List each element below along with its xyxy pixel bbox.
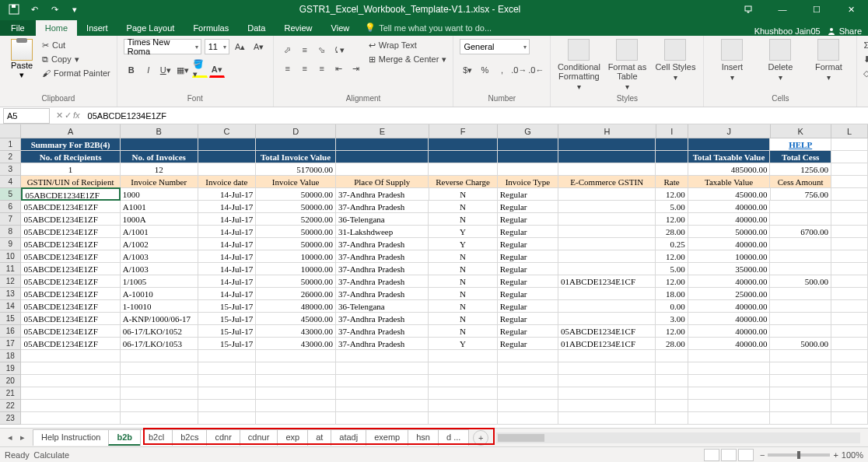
cell[interactable]: 06-17/LKO/1053 xyxy=(121,338,198,350)
cell[interactable] xyxy=(198,350,257,362)
cell[interactable] xyxy=(121,412,198,425)
maximize-icon[interactable]: ☐ xyxy=(800,0,834,19)
cell[interactable]: Invoice Value xyxy=(256,176,336,188)
cell[interactable]: 0.00 xyxy=(656,300,688,313)
cell[interactable] xyxy=(198,138,257,151)
cell[interactable]: 05ABCDE1234E1ZF xyxy=(21,250,120,263)
decrease-font-icon[interactable]: A▾ xyxy=(251,39,267,54)
cell[interactable] xyxy=(429,151,497,163)
align-bottom-icon[interactable]: ⬂ xyxy=(314,42,330,58)
cell[interactable] xyxy=(831,325,868,338)
cell[interactable]: 37-Andhra Pradesh xyxy=(336,275,429,288)
cell[interactable] xyxy=(21,362,120,375)
sheet-nav-next-icon[interactable]: ▸ xyxy=(17,432,28,443)
cell[interactable]: N xyxy=(429,275,497,288)
cell[interactable] xyxy=(656,350,688,362)
cell[interactable] xyxy=(21,350,120,362)
cell[interactable]: N xyxy=(429,325,497,338)
cell[interactable]: 14-Jul-17 xyxy=(198,188,256,201)
row-header[interactable]: 19 xyxy=(0,362,21,375)
cell[interactable] xyxy=(831,288,868,300)
cell[interactable] xyxy=(831,238,868,250)
cell[interactable] xyxy=(498,362,558,375)
cell[interactable] xyxy=(198,412,257,425)
cell[interactable]: 1 xyxy=(21,163,120,176)
cell[interactable]: No. of Invoices xyxy=(121,151,198,163)
cell[interactable]: N xyxy=(429,188,498,201)
cell[interactable] xyxy=(256,138,336,151)
cell[interactable] xyxy=(429,387,497,400)
cell[interactable]: Regular xyxy=(498,188,558,201)
cell[interactable] xyxy=(558,188,656,201)
cell[interactable]: 05ABCDE1234E1ZF xyxy=(21,201,120,213)
cell[interactable]: A/1001 xyxy=(121,226,198,238)
cell[interactable] xyxy=(121,387,198,400)
cell[interactable]: 37-Andhra Pradesh xyxy=(336,188,429,201)
cell[interactable]: 48000.00 xyxy=(256,300,336,313)
cell[interactable]: 50000.00 xyxy=(256,238,336,250)
row-header[interactable]: 1 xyxy=(0,138,21,151)
redo-icon[interactable]: ↷ xyxy=(45,1,64,18)
cell[interactable]: Invoice Number xyxy=(121,176,198,188)
cell[interactable] xyxy=(770,362,831,375)
cell[interactable]: 40000.00 xyxy=(688,313,771,325)
cell[interactable] xyxy=(256,400,336,412)
cell[interactable]: A/1002 xyxy=(121,238,198,250)
tab-file[interactable]: File xyxy=(0,20,36,36)
cell[interactable]: Regular xyxy=(498,313,558,325)
cell[interactable]: Regular xyxy=(498,300,558,313)
sheet-tab[interactable]: cdnr xyxy=(206,429,240,446)
col-header[interactable]: H xyxy=(558,124,656,138)
cell[interactable] xyxy=(498,151,558,163)
cell[interactable]: 37-Andhra Pradesh xyxy=(336,325,429,338)
cell[interactable]: Cess Amount xyxy=(770,176,831,188)
sheet-tab[interactable]: exp xyxy=(277,429,308,446)
cell[interactable] xyxy=(831,151,868,163)
cell[interactable]: Invoice Type xyxy=(498,176,558,188)
wrap-text-button[interactable]: ↩ Wrap Text xyxy=(369,39,447,51)
cell[interactable] xyxy=(21,375,120,387)
sheet-tab[interactable]: b2cs xyxy=(172,429,207,446)
cell[interactable] xyxy=(558,151,656,163)
increase-decimal-icon[interactable]: .0→ xyxy=(511,62,527,78)
cell[interactable]: 01ABCDE1234E1CF xyxy=(558,338,656,350)
cell[interactable]: 28.00 xyxy=(656,226,688,238)
cell[interactable]: 5.00 xyxy=(656,201,688,213)
zoom-level[interactable]: 100% xyxy=(842,450,863,460)
cell[interactable] xyxy=(336,138,429,151)
row-header[interactable]: 2 xyxy=(0,151,21,163)
row-header[interactable]: 6 xyxy=(0,201,21,213)
cell[interactable]: 05ABCDE1234E1ZF xyxy=(21,313,120,325)
cell[interactable] xyxy=(498,400,558,412)
cell[interactable]: 28.00 xyxy=(656,338,688,350)
cell[interactable] xyxy=(336,400,429,412)
sheet-tab[interactable]: b2b xyxy=(108,429,141,446)
row-header[interactable]: 18 xyxy=(0,350,21,362)
cell[interactable] xyxy=(558,138,656,151)
cell[interactable] xyxy=(558,313,656,325)
cell[interactable] xyxy=(256,412,336,425)
tell-me-search[interactable]: 💡 Tell me what you want to do... xyxy=(359,19,747,36)
zoom-slider[interactable] xyxy=(768,453,830,457)
row-header[interactable]: 4 xyxy=(0,176,21,188)
user-name[interactable]: Khushboo Jain05 xyxy=(754,26,821,36)
cell[interactable] xyxy=(770,325,831,338)
percent-icon[interactable]: % xyxy=(477,62,492,78)
cell[interactable]: N xyxy=(429,250,497,263)
cell[interactable] xyxy=(770,250,831,263)
border-button[interactable]: ▦▾ xyxy=(175,62,191,78)
cell[interactable] xyxy=(558,412,656,425)
number-format-combo[interactable]: General xyxy=(460,39,530,54)
name-box[interactable]: A5 xyxy=(3,108,50,124)
cell[interactable] xyxy=(558,163,656,176)
cell[interactable]: No. of Recipients xyxy=(21,151,120,163)
format-cells-button[interactable]: Format▾ xyxy=(807,39,850,82)
cell[interactable] xyxy=(198,375,257,387)
sheet-nav-prev-icon[interactable]: ◂ xyxy=(5,432,16,443)
font-size-combo[interactable]: 11 xyxy=(205,39,229,54)
cell[interactable] xyxy=(558,362,656,375)
cell[interactable]: Invoice date xyxy=(198,176,257,188)
increase-indent-icon[interactable]: ⇥ xyxy=(348,61,364,76)
cell[interactable] xyxy=(121,138,198,151)
cell[interactable]: 40000.00 xyxy=(688,338,771,350)
